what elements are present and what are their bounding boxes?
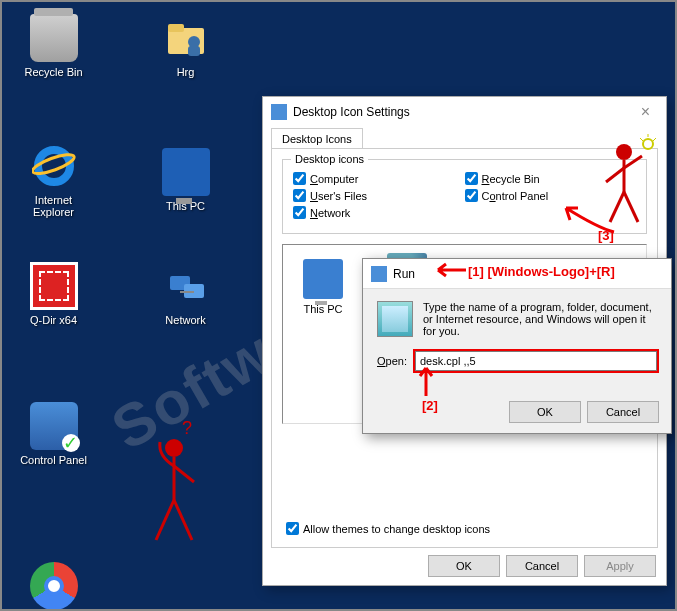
checkbox-input[interactable] bbox=[465, 172, 478, 185]
checkbox-input[interactable] bbox=[293, 206, 306, 219]
checkbox-network[interactable]: Network bbox=[293, 206, 465, 219]
titlebar[interactable]: Run bbox=[363, 259, 671, 289]
desktop-icon-label: Network bbox=[148, 314, 223, 326]
run-window-icon bbox=[371, 266, 387, 282]
this-pc-icon bbox=[162, 148, 210, 196]
desktop-icon-label: Internet Explorer bbox=[16, 194, 91, 218]
chrome-icon bbox=[30, 562, 78, 610]
desktop-icon-control-panel[interactable]: Control Panel bbox=[16, 402, 91, 466]
this-pc-icon bbox=[303, 259, 343, 299]
window-icon bbox=[271, 104, 287, 120]
checkbox-computer[interactable]: Computer bbox=[293, 172, 465, 185]
apply-button[interactable]: Apply bbox=[584, 555, 656, 577]
button-row: OK Cancel Apply bbox=[428, 555, 656, 577]
desktop-icon-ie[interactable]: Internet Explorer bbox=[16, 142, 91, 218]
desktop-icon-label: Hrg bbox=[148, 66, 223, 78]
preview-this-pc[interactable]: This PC bbox=[291, 253, 355, 315]
checkbox-allow-themes[interactable]: Allow themes to change desktop icons bbox=[286, 522, 490, 535]
svg-rect-1 bbox=[168, 24, 184, 32]
checkbox-recycle-bin[interactable]: Recycle Bin bbox=[465, 172, 637, 185]
desktop-icons-fieldset: Desktop icons Computer User's Files Netw… bbox=[282, 159, 647, 234]
run-dialog: Run Type the name of a program, folder, … bbox=[362, 258, 672, 434]
checkbox-users-files[interactable]: User's Files bbox=[293, 189, 465, 202]
control-panel-icon bbox=[30, 402, 78, 450]
desktop-icon-label: Recycle Bin bbox=[16, 66, 91, 78]
desktop-icon-hrg[interactable]: Hrg bbox=[148, 14, 223, 78]
cancel-button[interactable]: Cancel bbox=[506, 555, 578, 577]
titlebar[interactable]: Desktop Icon Settings × bbox=[263, 97, 666, 127]
open-input[interactable] bbox=[415, 351, 657, 371]
user-folder-icon bbox=[162, 14, 210, 62]
window-title: Run bbox=[393, 267, 415, 281]
desktop-icon-chrome[interactable] bbox=[16, 562, 91, 611]
ok-button[interactable]: OK bbox=[509, 401, 581, 423]
open-label: Open: bbox=[377, 355, 407, 367]
close-button[interactable]: × bbox=[633, 103, 658, 121]
run-instruction: Type the name of a program, folder, docu… bbox=[423, 301, 657, 337]
allow-themes-label: Allow themes to change desktop icons bbox=[303, 523, 490, 535]
recycle-bin-icon bbox=[30, 14, 78, 62]
desktop-icon-recycle-bin[interactable]: Recycle Bin bbox=[16, 14, 91, 78]
tab-desktop-icons[interactable]: Desktop Icons bbox=[271, 128, 363, 149]
checkbox-input[interactable] bbox=[286, 522, 299, 535]
network-icon bbox=[162, 262, 210, 310]
run-icon bbox=[377, 301, 413, 337]
button-row: OK Cancel bbox=[509, 393, 659, 423]
checkbox-input[interactable] bbox=[465, 189, 478, 202]
qdir-icon bbox=[30, 262, 78, 310]
svg-rect-3 bbox=[188, 46, 200, 56]
desktop-icon-label: Control Panel bbox=[16, 454, 91, 466]
checkbox-input[interactable] bbox=[293, 189, 306, 202]
desktop-icon-network[interactable]: Network bbox=[148, 262, 223, 326]
ok-button[interactable]: OK bbox=[428, 555, 500, 577]
fieldset-legend: Desktop icons bbox=[291, 153, 368, 165]
cancel-button[interactable]: Cancel bbox=[587, 401, 659, 423]
checkbox-control-panel[interactable]: Control Panel bbox=[465, 189, 637, 202]
internet-explorer-icon bbox=[30, 142, 78, 190]
desktop-icon-qdir[interactable]: Q-Dir x64 bbox=[16, 262, 91, 326]
window-title: Desktop Icon Settings bbox=[293, 105, 410, 119]
desktop-icon-label: Q-Dir x64 bbox=[16, 314, 91, 326]
desktop-icon-this-pc[interactable]: This PC bbox=[148, 142, 223, 212]
checkbox-input[interactable] bbox=[293, 172, 306, 185]
